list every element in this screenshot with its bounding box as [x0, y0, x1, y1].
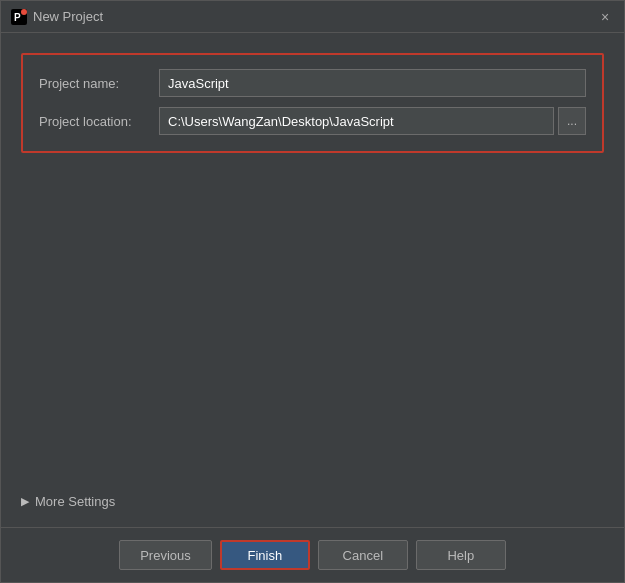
finish-button[interactable]: Finish [220, 540, 310, 570]
project-name-row: Project name: [39, 69, 586, 97]
close-button[interactable]: × [596, 8, 614, 26]
project-location-input[interactable] [159, 107, 554, 135]
button-bar: Previous Finish Cancel Help [1, 527, 624, 582]
cancel-button[interactable]: Cancel [318, 540, 408, 570]
form-section: Project name: Project location: ... [21, 53, 604, 153]
previous-button[interactable]: Previous [119, 540, 212, 570]
project-name-label: Project name: [39, 76, 159, 91]
browse-button[interactable]: ... [558, 107, 586, 135]
location-input-group: ... [159, 107, 586, 135]
more-settings-label: More Settings [35, 494, 115, 509]
spacer [21, 169, 604, 486]
svg-point-2 [21, 9, 27, 15]
project-location-label: Project location: [39, 114, 159, 129]
dialog-title: New Project [33, 9, 596, 24]
project-name-input[interactable] [159, 69, 586, 97]
more-settings-section[interactable]: ▶ More Settings [21, 486, 604, 517]
more-settings-arrow-icon: ▶ [21, 495, 29, 508]
app-icon: P [11, 9, 27, 25]
project-location-row: Project location: ... [39, 107, 586, 135]
new-project-dialog: P New Project × Project name: Project lo… [0, 0, 625, 583]
dialog-content: Project name: Project location: ... ▶ Mo… [1, 33, 624, 527]
svg-text:P: P [14, 12, 21, 23]
help-button[interactable]: Help [416, 540, 506, 570]
title-bar: P New Project × [1, 1, 624, 33]
